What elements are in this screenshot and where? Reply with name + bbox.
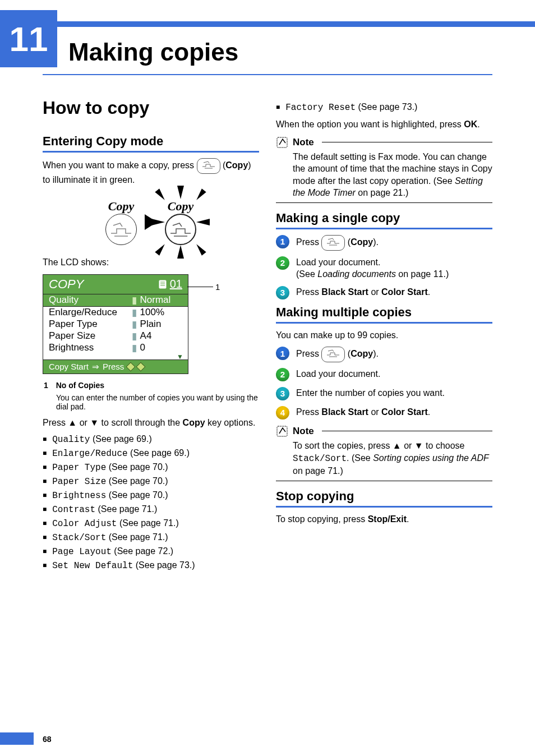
step-badge-3: 3 (276, 387, 289, 400)
down-arrow-icon: ▼ (414, 441, 423, 450)
entering-intro: When you want to make a copy, press (Cop… (43, 158, 259, 186)
page-number: 68 (43, 735, 52, 744)
list-item: Paper Size (See page 70.) (43, 476, 259, 487)
step-body: Load your document. (296, 368, 492, 380)
lcd-selected-row: Quality ▮ Normal (43, 294, 188, 307)
lcd-footer-post: Press (103, 362, 124, 371)
n2-italic: Sorting copies using the ADF (373, 453, 489, 463)
lcd-row-val: Plain (137, 319, 182, 330)
step-1: 1 Press (Copy). (276, 235, 492, 251)
s3-b1: Black Start (321, 287, 368, 297)
note1-text2: on page 21.) (356, 188, 408, 197)
copy-key-icon (321, 347, 345, 362)
lcd-selected-val: Normal (137, 294, 182, 306)
highlight-ok: OK (464, 119, 477, 129)
m4-b1: Black Start (321, 407, 368, 417)
s3-mid: or (368, 287, 381, 297)
up-arrow-icon: ▲ (68, 418, 77, 427)
m4-b2: Color Start (381, 407, 428, 417)
factory-reset-item: Factory Reset (See page 73.) (276, 102, 492, 113)
list-item: Brightness (See page 70.) (43, 490, 259, 501)
lcd-copy-count: 01 (159, 278, 182, 291)
lcd-sep: ▮ (132, 319, 137, 330)
n2-pre: To sort the copies, press (293, 441, 393, 450)
step-body: Press Black Start or Color Start. (296, 406, 492, 418)
lcd-row-val: 0 (137, 342, 182, 354)
note-block-1: Note The default setting is Fax mode. Yo… (276, 136, 492, 203)
flash-icon (151, 219, 165, 225)
n2-post: to choose (423, 441, 465, 450)
list-item: Set New Default (See page 73.) (43, 560, 259, 571)
subsection-multiple-copies: Making multiple copies (276, 305, 492, 324)
note-label: Note (293, 137, 314, 148)
flash-icon (177, 245, 184, 259)
option-code: Enlarge/Reduce (52, 449, 127, 459)
note-body: To sort the copies, press ▲ or ▼ to choo… (293, 440, 492, 477)
down-arrow-icon: ▼ (90, 418, 99, 427)
option-code: Color Adjust (52, 519, 117, 529)
lcd-row-key: Brightness (49, 342, 132, 354)
option-ref: (See page 69.) (90, 434, 151, 444)
page-number-accent (0, 732, 34, 745)
flash-icon (177, 186, 184, 199)
s2-line1: Load your document. (296, 257, 380, 267)
footnote-title: No of Copies (56, 381, 104, 390)
lcd-selected-key: Quality (49, 294, 132, 306)
step-2: 2 Load your document. (See Loading docum… (276, 256, 492, 280)
copy-mode-diagram: Copy Copy (43, 199, 259, 245)
note-rule-bottom (276, 202, 492, 203)
lcd-sep: ▮ (132, 294, 137, 306)
list-item: Page Layout (See page 72.) (43, 546, 259, 557)
option-ref: (See page 70.) (106, 476, 168, 486)
m4-post: . (428, 407, 430, 417)
flash-icon (196, 219, 210, 225)
lcd-footer-arrow: ⇒ (92, 362, 99, 372)
flash-icon (194, 188, 206, 201)
step-2: 2 Load your document. (276, 368, 492, 381)
option-ref: (See page 69.) (128, 448, 190, 458)
option-ref: (See page 70.) (106, 462, 168, 472)
option-ref: (See page 70.) (106, 490, 168, 500)
s1-pre: Press (296, 237, 321, 247)
lcd-scroll-indicator: ▼ (43, 354, 188, 359)
lcd-footer: Copy Start ⇒ Press (43, 359, 188, 374)
option-code: Page Layout (52, 547, 112, 557)
lcd-title-row: COPY 01 (43, 275, 188, 294)
stop-pre: To stop copying, press (276, 514, 368, 524)
subsection-entering-copy-mode: Entering Copy mode (43, 134, 259, 153)
option-code: Contrast (52, 505, 95, 515)
list-item: Quality (See page 69.) (43, 434, 259, 445)
lcd-row: Paper Size▮A4 (43, 330, 188, 342)
lcd-mode-title: COPY (49, 277, 84, 292)
s2-post: on page 11.) (396, 269, 449, 279)
scroll-pre: Press (43, 418, 68, 427)
option-code: Factory Reset (285, 103, 356, 113)
s3-post: . (428, 287, 430, 297)
highlight-post: . (477, 119, 479, 129)
option-ref: (See page 71.) (106, 532, 168, 542)
n2-after: . (See (347, 453, 373, 463)
footnote-number: 1 (44, 381, 48, 390)
s3-b2: Color Start (381, 287, 428, 297)
note-icon (276, 425, 288, 437)
option-code: Paper Type (52, 463, 106, 473)
note-body: The default setting is Fax mode. You can… (293, 151, 492, 199)
lcd-display: COPY 01 Quality ▮ Normal Enlarge/Reduce▮… (43, 274, 188, 374)
lcd-sep: ▮ (132, 342, 137, 354)
note-block-2: Note To sort the copies, press ▲ or ▼ to… (276, 425, 492, 481)
step-body: Press Black Start or Color Start. (296, 286, 492, 298)
multiple-intro: You can make up to 99 copies. (276, 329, 492, 342)
note-header: Note (276, 425, 492, 437)
n2-mid: or (402, 441, 414, 450)
flash-icon (194, 242, 206, 255)
list-item: Color Adjust (See page 71.) (43, 518, 259, 529)
scroll-bold: Copy (183, 418, 205, 427)
step-badge-4: 4 (276, 406, 289, 420)
option-ref: (See page 73.) (133, 560, 195, 570)
copy-key-icon (197, 158, 220, 174)
scroll-mid: or (77, 418, 90, 427)
up-arrow-icon: ▲ (393, 441, 402, 450)
document-icon (159, 280, 167, 289)
s3-pre: Press (296, 287, 321, 297)
lcd-row-val: 100% (137, 307, 182, 319)
